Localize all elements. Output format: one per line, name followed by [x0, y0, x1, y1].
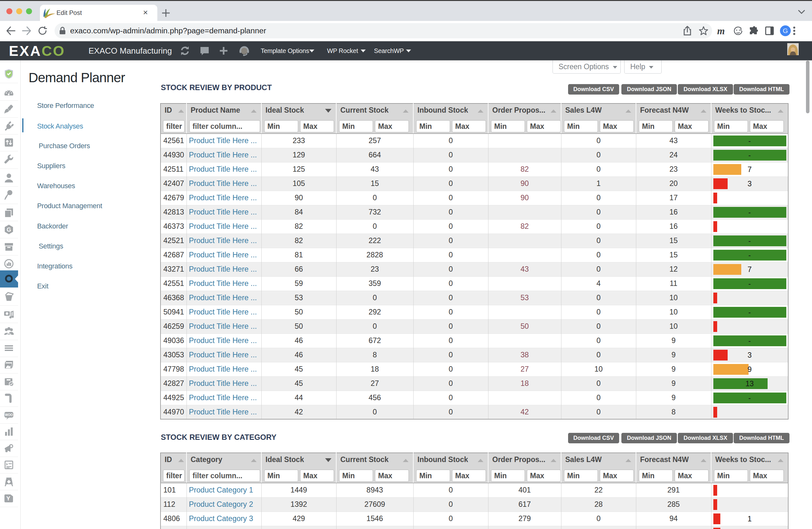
- svg-text:G: G: [7, 227, 11, 233]
- svg-text:Y: Y: [6, 495, 11, 502]
- svg-text:WOO: WOO: [5, 413, 13, 417]
